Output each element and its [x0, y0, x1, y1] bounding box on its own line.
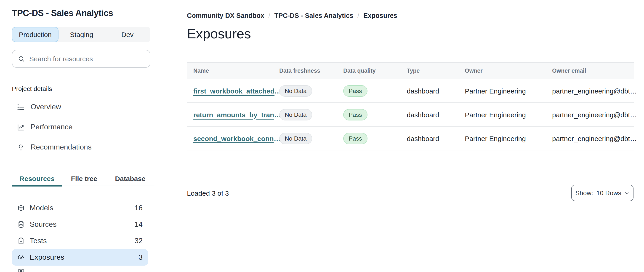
exposure-owner-email: partner_engineering@dbt… — [552, 87, 637, 95]
rows-per-page-dropdown[interactable]: Show: 10 Rows — [571, 185, 634, 201]
sidebar-item-sources[interactable]: Sources 14 — [12, 216, 148, 233]
column-header-data-freshness: Data freshness — [279, 68, 320, 74]
env-tab-production[interactable]: Production — [12, 27, 59, 42]
grid-icon — [17, 269, 25, 272]
breadcrumb-separator: / — [268, 12, 270, 19]
data-quality-badge: Pass — [343, 132, 368, 144]
sidebar: TPC-DS - Sales Analytics Production Stag… — [0, 0, 169, 272]
sidebar-item-label: Recommendations — [30, 143, 92, 151]
breadcrumb-item-exposures: Exposures — [363, 12, 397, 19]
loaded-status: Loaded 3 of 3 — [187, 189, 229, 197]
project-details-label: Project details — [12, 85, 169, 92]
list-icon — [17, 103, 25, 111]
table-row: return_amounts_by_tran… No Data Pass das… — [187, 103, 634, 127]
sidebar-item-tests[interactable]: Tests 32 — [12, 233, 148, 249]
exposure-name-link[interactable]: second_workbook_conn — [193, 134, 274, 142]
main-content: Community DX Sandbox / TPC-DS - Sales An… — [169, 0, 644, 272]
resource-list: Models 16 Sources 14 — [0, 200, 169, 272]
environment-tabs: Production Staging Dev — [12, 27, 150, 42]
exposure-owner: Partner Engineering — [465, 134, 526, 142]
project-title: TPC-DS - Sales Analytics — [12, 8, 169, 18]
database-icon — [17, 221, 25, 228]
data-freshness-badge: No Data — [279, 132, 312, 144]
sidebar-item-label: Overview — [30, 103, 61, 111]
exposure-name-link[interactable]: return_amounts_by_tran — [193, 111, 274, 118]
resource-item-label: Sources — [30, 220, 56, 228]
breadcrumb: Community DX Sandbox / TPC-DS - Sales An… — [187, 12, 644, 19]
column-header-name: Name — [193, 68, 209, 74]
resource-item-count: 16 — [134, 204, 142, 212]
column-header-owner: Owner — [465, 68, 483, 74]
data-freshness-badge: No Data — [279, 109, 312, 120]
breadcrumb-item-project[interactable]: TPC-DS - Sales Analytics — [274, 12, 353, 19]
search-input[interactable] — [29, 55, 144, 63]
exposure-owner: Partner Engineering — [465, 87, 526, 95]
sidebar-item-label: Performance — [30, 123, 72, 131]
page-title: Exposures — [187, 26, 644, 42]
resource-item-count: 14 — [134, 220, 142, 228]
table-row: second_workbook_conn… No Data Pass dashb… — [187, 127, 634, 150]
resource-item-count: 3 — [138, 253, 142, 262]
exposure-owner-email: partner_engineering@dbt… — [552, 111, 637, 118]
exposure-name-link[interactable]: first_workbook_attached — [193, 87, 274, 95]
sidebar-item-exposures[interactable]: Exposures 3 — [12, 249, 148, 266]
table-row: first_workbook_attached… No Data Pass da… — [187, 79, 634, 103]
sidebar-item-overview[interactable]: Overview — [12, 97, 150, 117]
search-box[interactable] — [12, 50, 150, 68]
env-tab-dev[interactable]: Dev — [104, 27, 150, 42]
exposure-owner-email: partner_engineering@dbt… — [552, 134, 637, 142]
show-value: 10 Rows — [596, 189, 621, 196]
exposure-type: dashboard — [407, 111, 439, 118]
sidebar-item-models[interactable]: Models 16 — [12, 200, 148, 216]
project-details-nav: Overview Performance Recommendations — [0, 97, 169, 157]
sidebar-tabs: Resources File tree Database — [12, 171, 154, 186]
sidebar-item-performance[interactable]: Performance — [12, 117, 150, 137]
breadcrumb-separator: / — [358, 12, 359, 19]
gauge-icon — [17, 254, 25, 261]
clipboard-check-icon — [17, 237, 25, 244]
data-quality-badge: Pass — [343, 85, 368, 96]
exposure-owner: Partner Engineering — [465, 111, 526, 118]
lightbulb-icon — [17, 143, 25, 151]
partial-resource-item[interactable] — [17, 269, 169, 272]
resource-item-label: Exposures — [30, 253, 64, 262]
sidebar-divider — [12, 78, 150, 78]
app-root: TPC-DS - Sales Analytics Production Stag… — [0, 0, 644, 272]
resource-item-label: Tests — [30, 237, 47, 245]
chevron-down-icon — [624, 190, 629, 196]
resource-item-count: 32 — [134, 237, 142, 245]
resource-item-label: Models — [30, 204, 53, 212]
tab-file-tree[interactable]: File tree — [62, 171, 106, 186]
data-quality-badge: Pass — [343, 109, 368, 120]
exposure-type: dashboard — [407, 87, 439, 95]
breadcrumb-item-account[interactable]: Community DX Sandbox — [187, 12, 264, 19]
tab-database[interactable]: Database — [106, 171, 154, 186]
column-header-data-quality: Data quality — [343, 68, 376, 74]
exposure-type: dashboard — [407, 134, 439, 142]
line-chart-icon — [17, 123, 25, 131]
exposures-table: Name Data freshness Data quality Type Ow… — [187, 62, 634, 150]
sidebar-item-recommendations[interactable]: Recommendations — [12, 137, 150, 157]
tab-resources[interactable]: Resources — [12, 171, 62, 186]
show-label: Show: — [576, 189, 593, 196]
cube-icon — [17, 204, 25, 212]
column-header-owner-email: Owner email — [552, 68, 586, 74]
table-header: Name Data freshness Data quality Type Ow… — [187, 62, 634, 79]
env-tab-staging[interactable]: Staging — [59, 27, 105, 42]
column-header-type: Type — [407, 68, 420, 74]
search-icon — [18, 55, 25, 62]
data-freshness-badge: No Data — [279, 85, 312, 96]
